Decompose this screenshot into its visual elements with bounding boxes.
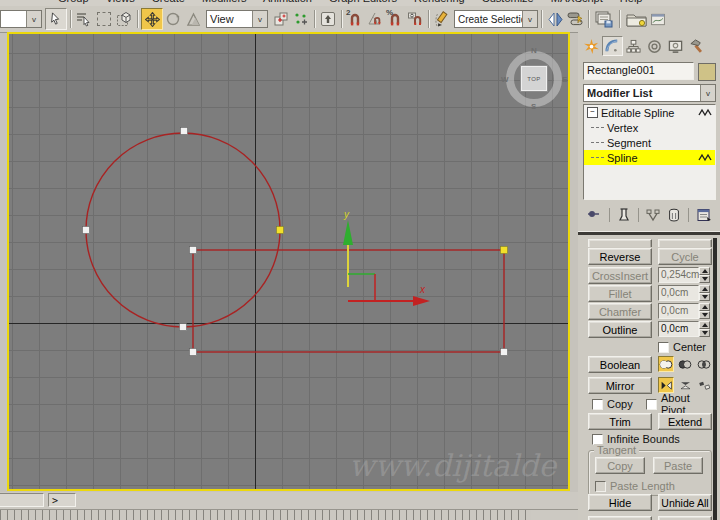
- spinner-up[interactable]: [699, 321, 710, 329]
- mini-listener-left[interactable]: [0, 493, 44, 507]
- menu-item[interactable]: Animation: [263, 0, 312, 4]
- fillet-spinner[interactable]: 0,0cm: [658, 285, 710, 301]
- first-vertex-circle[interactable]: [277, 227, 284, 234]
- spinner-snap-button[interactable]: [405, 9, 425, 29]
- track-bar[interactable]: [0, 509, 578, 520]
- extend-button[interactable]: Extend: [658, 413, 712, 430]
- snap-toggle-button[interactable]: 2: [345, 9, 365, 29]
- rectangular-selection-button[interactable]: [94, 9, 114, 29]
- viewcube-north[interactable]: N: [531, 46, 537, 55]
- crossinsert-button[interactable]: CrossInsert: [588, 267, 652, 284]
- selection-set-combo[interactable]: Create Selection Sev: [454, 10, 538, 28]
- chevron-down-icon[interactable]: v: [522, 11, 537, 27]
- select-object-button[interactable]: [45, 8, 67, 30]
- mirror-button[interactable]: [545, 9, 565, 29]
- circle-spline[interactable]: [86, 133, 280, 327]
- rollout-scrollbar[interactable]: [713, 238, 717, 520]
- spinner-down[interactable]: [699, 311, 710, 319]
- spinner-value[interactable]: 0,254cm: [658, 267, 699, 283]
- menu-item[interactable]: Modifiers: [202, 0, 247, 4]
- boolean-subtract-button[interactable]: [677, 356, 693, 372]
- checkbox[interactable]: [646, 399, 657, 410]
- layer-manager-button[interactable]: [592, 9, 616, 29]
- curve-editor-button[interactable]: [651, 9, 665, 29]
- chamfer-button[interactable]: Chamfer: [588, 303, 652, 320]
- mirror-both-button[interactable]: [696, 377, 712, 393]
- menu-item[interactable]: MAXScript: [551, 0, 603, 4]
- spinner-value[interactable]: 0,0cm: [658, 321, 699, 337]
- checkbox[interactable]: [658, 342, 669, 353]
- edit-selection-sets-button[interactable]: [432, 9, 452, 29]
- copy-checkbox[interactable]: Copy: [592, 397, 633, 411]
- spinner-value[interactable]: 0,0cm: [658, 303, 699, 319]
- menu-item[interactable]: Create: [152, 0, 185, 4]
- spinner-down[interactable]: [699, 329, 710, 337]
- use-pivot-point-button[interactable]: [271, 9, 291, 29]
- viewcube-west[interactable]: W: [501, 75, 509, 84]
- select-by-name-button[interactable]: [74, 9, 94, 29]
- window-crossing-button[interactable]: [114, 9, 134, 29]
- outline-button[interactable]: Outline: [588, 321, 652, 338]
- viewcube-south[interactable]: S: [531, 102, 536, 111]
- menu-item[interactable]: Group: [58, 0, 89, 4]
- boolean-button[interactable]: Boolean: [588, 356, 652, 373]
- chamfer-spinner[interactable]: 0,0cm: [658, 303, 710, 319]
- mirror-vertical-button[interactable]: [677, 377, 693, 393]
- cycle-button[interactable]: Cycle: [658, 248, 712, 265]
- angle-snap-button[interactable]: [365, 9, 385, 29]
- menu-item[interactable]: Graph Editors: [329, 0, 397, 4]
- checkbox[interactable]: [592, 434, 603, 445]
- mini-listener-prompt[interactable]: >: [48, 493, 76, 507]
- menu-item[interactable]: Customize: [482, 0, 534, 4]
- keyboard-override-button[interactable]: [318, 9, 338, 29]
- mirror-rollout-button[interactable]: Mirror: [588, 377, 652, 394]
- hide-button[interactable]: Hide: [588, 494, 652, 511]
- chevron-down-icon[interactable]: v: [26, 11, 41, 27]
- menu-item[interactable]: Help: [620, 0, 643, 4]
- about-pivot-checkbox[interactable]: About Pivot: [646, 397, 714, 411]
- viewcube-top-face[interactable]: TOP: [520, 65, 548, 92]
- viewcube[interactable]: N E S W TOP: [503, 48, 567, 112]
- spinner-up[interactable]: [699, 303, 710, 311]
- transform-gizmo[interactable]: y x: [343, 209, 430, 306]
- chevron-down-icon[interactable]: v: [252, 11, 267, 27]
- selection-filter-combo[interactable]: v: [0, 10, 42, 28]
- boolean-union-button[interactable]: [658, 356, 674, 372]
- checkbox[interactable]: [592, 399, 603, 410]
- main-toolbar: v Viewv: [0, 6, 720, 33]
- toolbar-separator: [619, 10, 620, 28]
- select-move-button[interactable]: [141, 8, 163, 30]
- select-scale-button[interactable]: [183, 9, 203, 29]
- percent-snap-button[interactable]: %: [385, 9, 405, 29]
- spinner-down[interactable]: [699, 275, 710, 283]
- paste-length-checkbox[interactable]: Paste Length: [595, 479, 675, 493]
- spinner-value[interactable]: 0,0cm: [658, 285, 699, 301]
- reverse-button[interactable]: Reverse: [588, 248, 652, 265]
- crossinsert-spinner[interactable]: 0,254cm: [658, 267, 710, 283]
- boolean-intersect-button[interactable]: [696, 356, 712, 372]
- center-checkbox[interactable]: Center: [658, 340, 706, 354]
- toolbar-separator: [428, 10, 429, 28]
- spinner-down[interactable]: [699, 293, 710, 301]
- reference-coordinate-combo[interactable]: Viewv: [206, 10, 268, 28]
- outline-spinner[interactable]: 0,0cm: [658, 321, 710, 337]
- tangent-paste-button[interactable]: Paste: [653, 457, 703, 474]
- spline-vertices[interactable]: [83, 128, 508, 356]
- trim-button[interactable]: Trim: [588, 413, 652, 430]
- top-viewport[interactable]: www.dijitalde y x: [7, 32, 570, 491]
- select-manipulate-button[interactable]: [291, 9, 311, 29]
- viewcube-east[interactable]: E: [562, 75, 567, 84]
- menu-item[interactable]: Rendering: [414, 0, 465, 4]
- fillet-button[interactable]: Fillet: [588, 285, 652, 302]
- select-rotate-button[interactable]: [163, 9, 183, 29]
- tangent-copy-button[interactable]: Copy: [595, 457, 645, 474]
- mirror-horizontal-button[interactable]: [658, 377, 674, 393]
- checkbox[interactable]: [595, 481, 606, 492]
- first-vertex-rectangle[interactable]: [501, 247, 508, 254]
- align-button[interactable]: [565, 9, 585, 29]
- toggle-layer-explorer-button[interactable]: [623, 9, 651, 29]
- unhide-all-button[interactable]: Unhide All: [658, 494, 712, 511]
- spinner-up[interactable]: [699, 285, 710, 293]
- spinner-up[interactable]: [699, 267, 710, 275]
- menu-item[interactable]: Views: [106, 0, 135, 4]
